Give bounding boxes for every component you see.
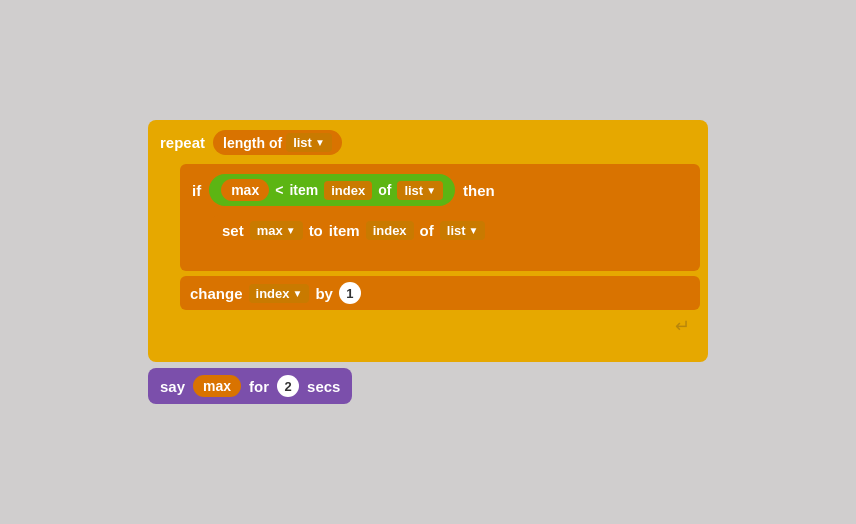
set-block: set max ▼ to item index of list bbox=[212, 215, 692, 246]
if-footer bbox=[188, 251, 692, 265]
for-label: for bbox=[249, 378, 269, 395]
max-label-set: max bbox=[257, 223, 283, 238]
list-label: list bbox=[293, 135, 312, 150]
repeat-header: repeat length of list ▼ bbox=[156, 126, 700, 159]
then-label: then bbox=[463, 182, 495, 199]
of-label-cond: of bbox=[378, 182, 391, 198]
say-value: 2 bbox=[277, 375, 299, 397]
list-dropdown-cond[interactable]: list ▼ bbox=[397, 181, 443, 200]
repeat-body: if max < item index of list bbox=[180, 159, 700, 342]
max-label-say: max bbox=[203, 378, 231, 394]
say-label: say bbox=[160, 378, 185, 395]
of-label-set: of bbox=[420, 222, 434, 239]
index-label-change: index bbox=[256, 286, 290, 301]
change-value: 1 bbox=[339, 282, 361, 304]
length-of-pill: length of list ▼ bbox=[213, 130, 342, 155]
if-label: if bbox=[192, 182, 201, 199]
secs-label: secs bbox=[307, 378, 340, 395]
lt-label: < bbox=[275, 182, 283, 198]
condition-block: max < item index of list ▼ bbox=[209, 174, 455, 206]
index-label-cond: index bbox=[331, 183, 365, 198]
index-dropdown-change[interactable]: index ▼ bbox=[249, 284, 310, 303]
repeat-c-block: repeat length of list ▼ if max bbox=[148, 120, 708, 362]
index-arrow-change: ▼ bbox=[292, 288, 302, 299]
max-pill-say: max bbox=[193, 375, 241, 397]
repeat-label: repeat bbox=[160, 134, 205, 151]
list-label-set: list bbox=[447, 223, 466, 238]
max-arrow-set: ▼ bbox=[286, 225, 296, 236]
list-arrow-cond: ▼ bbox=[426, 185, 436, 196]
item-label-cond: item bbox=[289, 182, 318, 198]
change-block: change index ▼ by 1 bbox=[180, 276, 700, 310]
list-dropdown[interactable]: list ▼ bbox=[286, 133, 332, 152]
list-dropdown-set[interactable]: list ▼ bbox=[440, 221, 486, 240]
say-block: say max for 2 secs bbox=[148, 368, 352, 404]
list-arrow-set: ▼ bbox=[469, 225, 479, 236]
index-label-set: index bbox=[373, 223, 407, 238]
length-of-label: length of bbox=[223, 135, 282, 151]
max-dropdown-set[interactable]: max ▼ bbox=[250, 221, 303, 240]
by-label: by bbox=[315, 285, 333, 302]
max-label: max bbox=[231, 182, 259, 198]
list-label-cond: list bbox=[404, 183, 423, 198]
repeat-footer bbox=[156, 342, 700, 356]
if-body: set max ▼ to item index of list bbox=[212, 210, 692, 251]
index-dropdown-cond[interactable]: index bbox=[324, 181, 372, 200]
change-label: change bbox=[190, 285, 243, 302]
if-c-block: if max < item index of list bbox=[180, 164, 700, 271]
list-dropdown-arrow: ▼ bbox=[315, 137, 325, 148]
to-label: to bbox=[309, 222, 323, 239]
index-dropdown-set[interactable]: index bbox=[366, 221, 414, 240]
max-pill: max bbox=[221, 179, 269, 201]
item-label-set: item bbox=[329, 222, 360, 239]
if-header: if max < item index of list bbox=[188, 170, 692, 210]
return-arrow: ↵ bbox=[675, 315, 690, 337]
set-label: set bbox=[222, 222, 244, 239]
